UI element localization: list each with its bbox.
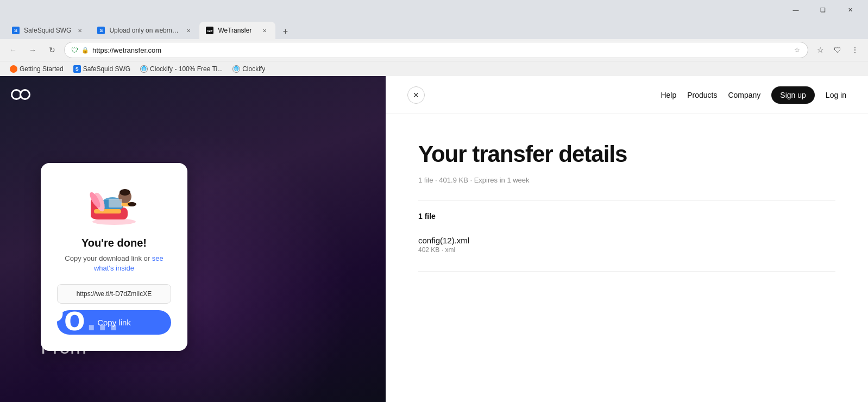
maximize-button[interactable]: ❑ xyxy=(810,2,835,18)
tab-title-3: WeTransfer xyxy=(218,27,256,34)
tab-close-1[interactable]: ✕ xyxy=(76,26,84,35)
hero-text: Po… From xyxy=(41,301,120,359)
svg-rect-13 xyxy=(109,199,122,208)
bookmark-label-4: Clockify xyxy=(242,65,265,73)
file-type: xml xyxy=(445,246,455,254)
window-controls: — ❑ ✕ xyxy=(783,2,863,18)
bookmark-favicon-1 xyxy=(10,65,17,73)
logo-svg xyxy=(11,87,35,102)
lock-icon: 🔒 xyxy=(81,47,89,54)
shield-icon: 🛡 xyxy=(71,46,78,54)
tab-title-1: SafeSquid SWG xyxy=(24,27,71,34)
login-link[interactable]: Log in xyxy=(826,89,846,102)
reload-button[interactable]: ↻ xyxy=(45,42,60,58)
signup-link[interactable]: Sign up xyxy=(771,86,814,104)
file-meta: 402 KB · xml xyxy=(418,246,835,254)
file-size-detail: 402 KB xyxy=(418,246,439,254)
top-navigation: Help Products Company Sign up Log in xyxy=(661,86,846,104)
hero-big-text: Po… xyxy=(41,301,120,336)
card-subtitle: Copy your download link or see what's in… xyxy=(57,254,171,273)
tab-wetransfer[interactable]: we WeTransfer ✕ xyxy=(199,22,275,39)
card-title: You're done! xyxy=(57,237,171,249)
shield-toolbar-icon[interactable]: 🛡 xyxy=(830,42,845,58)
meta-separator-2: · xyxy=(470,176,474,184)
tab-favicon-1: S xyxy=(12,27,20,34)
bookmark-favicon-4: 🌐 xyxy=(232,65,240,73)
tab-safesquid-upload[interactable]: S Upload only on webmail.safesq... ✕ xyxy=(91,22,199,39)
illustration-svg xyxy=(79,179,149,228)
tab-close-2[interactable]: ✕ xyxy=(184,26,193,35)
bookmark-favicon-2: S xyxy=(73,65,81,73)
tab-close-3[interactable]: ✕ xyxy=(260,26,269,35)
bookmark-clockify-1[interactable]: 🌐 Clockify - 100% Free Ti... xyxy=(136,64,227,74)
address-text: https://wetransfer.com xyxy=(92,46,790,54)
tab-safesquid-swg[interactable]: S SafeSquid SWG ✕ xyxy=(5,22,91,39)
close-panel-button[interactable]: ✕ xyxy=(407,86,425,104)
transfer-meta: 1 file · 401.9 KB · Expires in 1 week xyxy=(418,176,835,184)
file-section-label: 1 file xyxy=(418,212,835,221)
bookmark-label-1: Getting Started xyxy=(20,65,64,73)
new-tab-button[interactable]: + xyxy=(278,24,293,39)
tab-favicon-3: we xyxy=(206,27,213,34)
bookmark-favicon-3: 🌐 xyxy=(140,65,148,73)
wetransfer-logo[interactable] xyxy=(11,87,35,104)
browser-chrome: — ❑ ✕ S SafeSquid SWG ✕ S Upload only on… xyxy=(0,0,868,76)
file-count-summary: 1 file xyxy=(418,176,433,184)
file-size: 401.9 KB xyxy=(439,176,468,184)
card-subtitle-text: Copy your download link or xyxy=(65,254,152,262)
bookmark-safesquid[interactable]: S SafeSquid SWG xyxy=(69,64,135,74)
svg-point-14 xyxy=(128,202,136,206)
company-link[interactable]: Company xyxy=(728,89,760,102)
svg-point-3 xyxy=(21,91,29,98)
toolbar-right: ☆ 🛡 ⋮ xyxy=(813,42,863,58)
left-panel: You're done! Copy your download link or … xyxy=(0,76,386,402)
bookmark-icon[interactable]: ☆ xyxy=(813,42,828,58)
tabs-bar: S SafeSquid SWG ✕ S Upload only on webma… xyxy=(0,20,868,39)
minimize-button[interactable]: — xyxy=(783,2,808,18)
divider-1 xyxy=(418,200,835,201)
transfer-details-content: Your transfer details 1 file · 401.9 KB … xyxy=(386,114,868,310)
help-link[interactable]: Help xyxy=(661,89,676,102)
back-button[interactable]: ← xyxy=(5,42,21,58)
star-icon[interactable]: ☆ xyxy=(793,45,801,55)
right-header: ✕ Help Products Company Sign up Log in xyxy=(386,76,868,114)
products-link[interactable]: Products xyxy=(687,89,717,102)
transfer-title: Your transfer details xyxy=(418,141,835,167)
forward-button[interactable]: → xyxy=(25,42,40,58)
tab-title-2: Upload only on webmail.safesq... xyxy=(109,27,180,34)
address-bar: ← → ↻ 🛡 🔒 https://wetransfer.com ☆ ☆ 🛡 ⋮ xyxy=(0,39,868,61)
menu-button[interactable]: ⋮ xyxy=(847,42,863,58)
bookmark-label-3: Clockify - 100% Free Ti... xyxy=(150,65,223,73)
file-name: config(12).xml xyxy=(418,236,835,245)
file-item: config(12).xml 402 KB · xml xyxy=(418,229,835,260)
svg-point-1 xyxy=(12,91,20,98)
expires-text: Expires in 1 week xyxy=(474,176,530,184)
bookmark-label-2: SafeSquid SWG xyxy=(83,65,130,73)
right-panel: ✕ Help Products Company Sign up Log in Y… xyxy=(386,76,868,402)
tab-favicon-2: S xyxy=(97,27,105,34)
page-content: You're done! Copy your download link or … xyxy=(0,76,868,402)
close-button[interactable]: ✕ xyxy=(838,2,863,18)
address-input[interactable]: 🛡 🔒 https://wetransfer.com ☆ xyxy=(64,42,808,58)
svg-point-12 xyxy=(119,189,130,196)
title-bar: — ❑ ✕ xyxy=(0,0,868,20)
divider-2 xyxy=(418,271,835,272)
bookmark-getting-started[interactable]: Getting Started xyxy=(5,64,68,74)
bookmarks-bar: Getting Started S SafeSquid SWG 🌐 Clocki… xyxy=(0,61,868,76)
bookmark-clockify-2[interactable]: 🌐 Clockify xyxy=(228,64,269,74)
hero-sub-text: From xyxy=(41,336,120,359)
svg-rect-10 xyxy=(94,209,121,213)
